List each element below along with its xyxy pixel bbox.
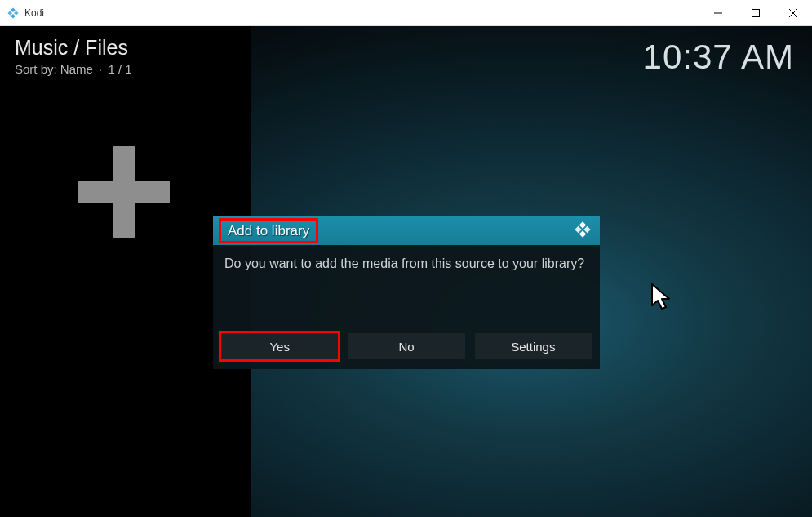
add-source-tile[interactable] bbox=[59, 127, 189, 257]
page-count: 1 / 1 bbox=[108, 62, 131, 76]
confirm-dialog: Add to library Do you want to add the me… bbox=[213, 216, 600, 369]
mouse-cursor-icon bbox=[650, 283, 673, 315]
sort-status: Sort by: Name · 1 / 1 bbox=[15, 62, 132, 76]
clock: 10:37 AM bbox=[643, 38, 794, 77]
svg-rect-9 bbox=[583, 225, 590, 232]
sort-label: Sort by: bbox=[15, 62, 57, 76]
svg-rect-8 bbox=[579, 221, 586, 228]
yes-button[interactable]: Yes bbox=[221, 333, 338, 359]
svg-rect-10 bbox=[575, 225, 581, 232]
svg-rect-5 bbox=[752, 9, 760, 16]
svg-rect-11 bbox=[579, 230, 586, 237]
dialog-header: Add to library bbox=[213, 216, 600, 245]
svg-rect-3 bbox=[11, 13, 16, 18]
dialog-button-row: Yes No Settings bbox=[213, 333, 600, 369]
breadcrumb: Music / Files bbox=[15, 36, 128, 60]
dialog-message: Do you want to add the media from this s… bbox=[213, 245, 600, 284]
svg-marker-12 bbox=[652, 284, 669, 309]
sort-value: Name bbox=[60, 62, 93, 76]
minimize-button[interactable] bbox=[699, 0, 737, 26]
highlight-title-box: Add to library bbox=[219, 218, 318, 243]
app-content: Music / Files Sort by: Name · 1 / 1 10:3… bbox=[0, 26, 812, 517]
svg-rect-2 bbox=[7, 11, 12, 16]
window-title: Kodi bbox=[24, 7, 44, 19]
kodi-logo-icon bbox=[7, 7, 20, 20]
svg-rect-0 bbox=[11, 7, 16, 12]
close-button[interactable] bbox=[774, 0, 812, 26]
svg-rect-1 bbox=[14, 11, 19, 16]
separator-dot: · bbox=[99, 62, 102, 76]
maximize-button[interactable] bbox=[737, 0, 774, 26]
window-titlebar: Kodi bbox=[0, 0, 812, 26]
dialog-title: Add to library bbox=[228, 223, 309, 238]
settings-button[interactable]: Settings bbox=[475, 333, 592, 359]
kodi-emblem-icon bbox=[574, 221, 592, 242]
no-button[interactable]: No bbox=[348, 333, 464, 359]
plus-icon bbox=[78, 146, 170, 238]
